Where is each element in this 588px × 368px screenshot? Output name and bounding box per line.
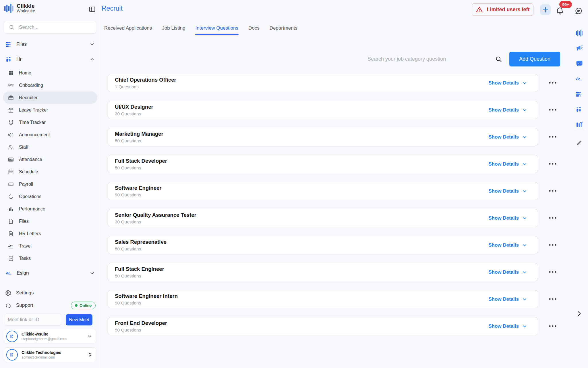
rail-app-button[interactable] xyxy=(575,59,584,68)
question-category-card[interactable]: UI/UX Designer 30 Questions Show Details xyxy=(108,101,538,119)
sidebar-search xyxy=(4,21,96,34)
sidebar-item-staff[interactable]: Staff xyxy=(3,141,97,153)
question-category-card[interactable]: Senior Quality Assurance Tester 30 Quest… xyxy=(108,209,538,227)
sidebar-item-home[interactable]: Home xyxy=(3,67,97,79)
show-details-label: Show Details xyxy=(488,215,519,221)
sidebar-item-payroll[interactable]: Payroll xyxy=(3,178,97,190)
sidebar-item-travel[interactable]: Travel xyxy=(3,240,97,252)
chevron-down-icon xyxy=(522,269,527,275)
question-category-card[interactable]: Sales Represenative 50 Questions Show De… xyxy=(108,236,538,254)
tab-departments[interactable]: Departments xyxy=(269,24,298,35)
sidebar-section-hr[interactable]: Hr xyxy=(0,53,100,66)
sidebar-search-input[interactable] xyxy=(19,24,91,30)
add-new-button[interactable] xyxy=(540,4,551,15)
show-details-button[interactable]: Show Details xyxy=(488,236,527,254)
sidebar-item-attendance[interactable]: Attendance xyxy=(3,153,97,166)
new-meet-button[interactable]: New Meet xyxy=(66,314,92,325)
online-status-text: Online xyxy=(80,303,92,308)
tab-job-listing[interactable]: Job Listing xyxy=(162,24,185,35)
show-details-button[interactable]: Show Details xyxy=(488,182,527,200)
question-category-card[interactable]: Front End Developer 50 Questions Show De… xyxy=(108,317,538,335)
sidebar-item-tasks[interactable]: Tasks xyxy=(3,252,97,264)
meet-link-input[interactable] xyxy=(4,314,61,326)
show-details-button[interactable]: Show Details xyxy=(488,209,527,227)
expand-rail-button[interactable] xyxy=(575,309,584,318)
hr-app-icon xyxy=(5,56,12,63)
account-card-clikkle-technologies[interactable]: Clikkle Technologies admin@clikkmail.com xyxy=(4,347,96,362)
add-question-button[interactable]: Add Question xyxy=(509,52,560,66)
category-search-input[interactable] xyxy=(368,56,494,62)
sidebar-section-files[interactable]: Files xyxy=(0,38,100,51)
rail-app-button[interactable] xyxy=(575,105,584,114)
more-options-button[interactable] xyxy=(548,214,558,222)
account-name: Clikkle-wsuite xyxy=(22,332,67,336)
sidebar-item-announcement[interactable]: Announcement xyxy=(3,129,97,141)
more-options-button[interactable] xyxy=(548,106,558,114)
more-options-button[interactable] xyxy=(548,295,558,303)
page-title[interactable]: Recruit xyxy=(102,5,123,12)
edit-rail-button[interactable] xyxy=(575,139,584,147)
sidebar-item-operations[interactable]: Operations xyxy=(3,190,97,203)
more-options-button[interactable] xyxy=(548,160,558,168)
payroll-icon xyxy=(8,181,14,187)
more-options-button[interactable] xyxy=(548,241,558,249)
sidebar-item-time-tracker[interactable]: Time Tracker xyxy=(3,116,97,129)
show-details-button[interactable]: Show Details xyxy=(488,290,527,308)
sidebar-item-onboarding[interactable]: Onboarding xyxy=(3,79,97,91)
rail-app-button[interactable] xyxy=(575,90,584,98)
tab-docs[interactable]: Docs xyxy=(248,24,260,35)
more-options-button[interactable] xyxy=(548,322,558,330)
category-text: Software Engineer 90 Questions xyxy=(108,185,161,198)
category-text: Marketing Manager 50 Questions xyxy=(108,131,163,143)
chevron-down-icon xyxy=(89,270,95,276)
dots-icon xyxy=(548,216,557,220)
rail-app-button[interactable] xyxy=(575,74,584,83)
rail-app-button[interactable] xyxy=(575,29,584,37)
settings-label: Settings xyxy=(16,290,34,296)
show-details-label: Show Details xyxy=(488,161,519,167)
tab-label: Interview Questions xyxy=(196,25,238,31)
show-details-button[interactable]: Show Details xyxy=(488,317,527,335)
question-category-card[interactable]: Software Engineer 90 Questions Show Deta… xyxy=(108,182,538,200)
sidebar-item-support[interactable]: Support Online xyxy=(0,299,100,312)
sidebar-section-esign[interactable]: Esign xyxy=(0,267,100,279)
collapse-sidebar-button[interactable] xyxy=(88,5,96,13)
onboarding-icon xyxy=(8,82,14,89)
show-details-button[interactable]: Show Details xyxy=(488,263,527,281)
sidebar-item-files[interactable]: Files xyxy=(3,215,97,227)
question-category-card[interactable]: Chief Operations Officer 1 Questions Sho… xyxy=(108,74,538,92)
sidebar-item-recruiter[interactable]: Recruiter xyxy=(3,91,97,104)
rail-app-button[interactable] xyxy=(575,44,584,53)
question-category-card[interactable]: Full Stack Engineer 50 Questions Show De… xyxy=(108,263,538,281)
sidebar-item-hr-letters[interactable]: HR Letters xyxy=(3,227,97,240)
dots-icon xyxy=(548,135,557,139)
search-icon[interactable] xyxy=(495,55,504,63)
tab-interview-questions[interactable]: Interview Questions xyxy=(195,24,239,35)
messages-button[interactable] xyxy=(574,6,583,16)
sidebar-item-performance[interactable]: Performance xyxy=(3,203,97,215)
more-options-button[interactable] xyxy=(548,78,558,87)
question-category-card[interactable]: Marketing Manager 50 Questions Show Deta… xyxy=(108,128,538,146)
question-category-card[interactable]: Full Stack Developer 50 Questions Show D… xyxy=(108,155,538,173)
more-options-button[interactable] xyxy=(548,268,558,276)
hr-nav-list: Home Onboarding Recruiter Leave Tracker … xyxy=(0,67,100,264)
show-details-button[interactable]: Show Details xyxy=(488,155,527,173)
tab-received-applications[interactable]: Received Applications xyxy=(104,24,152,35)
show-details-button[interactable]: Show Details xyxy=(488,74,527,92)
more-options-button[interactable] xyxy=(548,133,558,141)
rail-app-button[interactable] xyxy=(575,120,584,129)
more-options-button[interactable] xyxy=(548,187,558,195)
sidebar-item-leave-tracker[interactable]: Leave Tracker xyxy=(3,104,97,116)
sidebar-item-schedule[interactable]: Schedule xyxy=(3,166,97,178)
limited-users-warning-button[interactable]: Limited users left xyxy=(472,3,533,16)
sidebar-item-settings[interactable]: Settings xyxy=(0,287,100,299)
account-card-clikkle-wsuite[interactable]: Clikkle-wsuite stephandgraham@gmail.com xyxy=(4,329,96,344)
chevron-down-icon xyxy=(522,242,527,248)
show-details-button[interactable]: Show Details xyxy=(488,101,527,119)
ads-megaphone-icon xyxy=(575,44,584,52)
show-details-button[interactable]: Show Details xyxy=(488,128,527,146)
question-category-card[interactable]: Software Engineer Intern 90 Questions Sh… xyxy=(108,290,538,308)
chevron-down-icon xyxy=(522,188,527,194)
clikkle-worksuite-app: Clikkle Worksuite Files Hr Home xyxy=(0,0,588,368)
category-text: Chief Operations Officer 1 Questions xyxy=(108,77,176,89)
